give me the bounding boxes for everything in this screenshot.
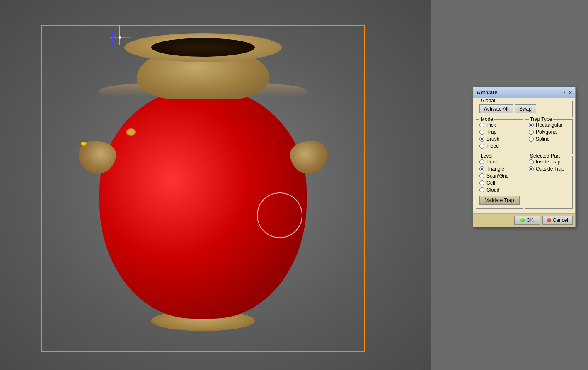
level-triangle-radio[interactable] <box>479 166 484 171</box>
cancel-button[interactable]: Cancel <box>542 216 573 225</box>
selected-inside-radio[interactable] <box>529 159 534 164</box>
mode-brush-radio[interactable] <box>479 137 484 142</box>
trap-rectangular-row[interactable]: Rectangular <box>529 122 569 128</box>
level-cell-label: Cell <box>486 180 495 186</box>
mode-traptype-row: Mode Pick Trap Brush Flood <box>476 119 573 156</box>
selected-outside-label: Outside Trap <box>536 166 564 172</box>
vase-spot-accent <box>126 128 136 136</box>
mode-brush-row[interactable]: Brush <box>479 136 520 142</box>
mode-flood-label: Flood <box>486 143 499 149</box>
activate-all-button[interactable]: Activate All <box>479 104 513 113</box>
mode-group: Mode Pick Trap Brush Flood <box>476 119 523 154</box>
mode-flood-radio[interactable] <box>479 144 484 149</box>
selected-part-group-label: Selected Part <box>529 153 561 159</box>
activate-dialog: Activate ? × Global Activate All Swap Mo… <box>473 87 576 227</box>
viewport-3d[interactable] <box>0 0 431 370</box>
dialog-help-button[interactable]: ? <box>562 89 565 96</box>
level-cell-row[interactable]: Cell <box>479 180 520 186</box>
mode-brush-label: Brush <box>486 136 499 142</box>
dialog-content: Global Activate All Swap Mode Pick Trap <box>473 98 575 213</box>
trap-polygonal-label: Polygonal <box>536 129 558 135</box>
trap-type-group-label: Trap Type <box>529 116 553 122</box>
validate-trap-button[interactable]: Validate Trap <box>479 196 520 205</box>
level-cloud-radio[interactable] <box>479 187 484 192</box>
selected-inside-label: Inside Trap <box>536 159 560 165</box>
ok-label: OK <box>526 217 533 223</box>
selected-outside-radio[interactable] <box>529 166 534 171</box>
level-scangrid-radio[interactable] <box>479 173 484 178</box>
level-triangle-label: Triangle <box>486 166 504 172</box>
trap-rectangular-label: Rectangular <box>536 122 563 128</box>
dialog-title-actions: ? × <box>562 89 572 96</box>
vase-hole <box>151 38 255 57</box>
mode-group-label: Mode <box>479 116 494 122</box>
mode-trap-label: Trap <box>486 129 496 135</box>
global-buttons-row: Activate All Swap <box>479 104 569 113</box>
dialog-title: Activate <box>477 89 498 96</box>
mode-trap-radio[interactable] <box>479 130 484 135</box>
level-point-row[interactable]: Point <box>479 159 520 165</box>
trap-spline-row[interactable]: Spline <box>529 136 569 142</box>
level-selected-row: Level Point Triangle Scan/Grid Cell <box>476 156 573 211</box>
trap-spline-radio[interactable] <box>529 137 534 142</box>
mode-trap-row[interactable]: Trap <box>479 129 520 135</box>
dialog-close-button[interactable]: × <box>569 89 572 96</box>
trap-rectangular-radio[interactable] <box>529 123 534 127</box>
vase-model <box>83 21 323 344</box>
level-cell-radio[interactable] <box>479 180 484 185</box>
trap-type-group: Trap Type Rectangular Polygonal Spline <box>525 119 573 154</box>
dialog-titlebar: Activate ? × <box>473 87 575 98</box>
level-cloud-label: Cloud <box>486 187 499 193</box>
level-group-label: Level <box>479 153 494 159</box>
dialog-footer: OK Cancel <box>473 213 575 227</box>
trap-polygonal-row[interactable]: Polygonal <box>529 129 569 135</box>
mode-flood-row[interactable]: Flood <box>479 143 520 149</box>
trap-polygonal-radio[interactable] <box>529 130 534 135</box>
vase-body <box>99 87 307 319</box>
level-point-label: Point <box>486 159 498 165</box>
handle-yellow-accent <box>81 142 87 146</box>
level-scangrid-row[interactable]: Scan/Grid <box>479 173 520 179</box>
cancel-label: Cancel <box>553 217 568 223</box>
selected-part-group: Selected Part Inside Trap Outside Trap <box>525 156 573 209</box>
mode-pick-label: Pick <box>486 122 496 128</box>
selected-outside-row[interactable]: Outside Trap <box>529 166 569 172</box>
ok-button[interactable]: OK <box>514 216 540 225</box>
level-group: Level Point Triangle Scan/Grid Cell <box>476 156 523 209</box>
level-cloud-row[interactable]: Cloud <box>479 187 520 193</box>
level-scangrid-label: Scan/Grid <box>486 173 508 179</box>
trap-spline-label: Spline <box>536 136 549 142</box>
mode-pick-radio[interactable] <box>479 123 484 127</box>
mode-pick-row[interactable]: Pick <box>479 122 520 128</box>
swap-button[interactable]: Swap <box>515 104 536 113</box>
level-point-radio[interactable] <box>479 159 484 164</box>
selected-inside-row[interactable]: Inside Trap <box>529 159 569 165</box>
ok-green-dot <box>520 218 525 222</box>
cancel-red-dot <box>547 218 551 222</box>
level-triangle-row[interactable]: Triangle <box>479 166 520 172</box>
global-group: Global Activate All Swap <box>476 101 573 117</box>
global-group-label: Global <box>479 98 496 103</box>
